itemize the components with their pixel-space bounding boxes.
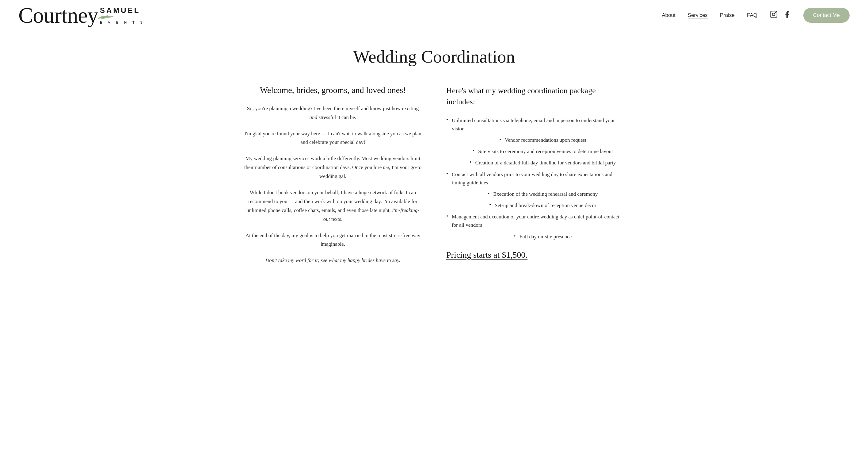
- bullet-text: Execution of the wedding rehearsal and c…: [493, 190, 598, 198]
- left-column: Welcome, brides, grooms, and loved ones!…: [244, 85, 422, 272]
- bullet-item: •Site visits to ceremony and reception v…: [446, 147, 624, 155]
- italic-me: me: [383, 165, 389, 170]
- intro-para-3: My wedding planning services work a litt…: [244, 154, 422, 181]
- bullet-text: Site visits to ceremony and reception ve…: [478, 147, 613, 155]
- facebook-icon[interactable]: [783, 10, 791, 20]
- bullet-dot-icon: •: [488, 191, 490, 197]
- nav-services[interactable]: Services: [688, 12, 708, 19]
- logo[interactable]: Courtney SAMUEL E V E N T S: [19, 5, 145, 26]
- welcome-heading: Welcome, brides, grooms, and loved ones!: [244, 85, 422, 95]
- bullet-dot-icon: •: [499, 137, 501, 143]
- bullet-item: •Set-up and break-down of reception venu…: [446, 201, 624, 209]
- instagram-icon[interactable]: [770, 10, 778, 20]
- logo-cursive: Courtney: [19, 5, 98, 26]
- bullet-item: •Unlimited consultations via telephone, …: [446, 116, 624, 133]
- intro-para-1: So, you're planning a wedding? I've been…: [244, 104, 422, 122]
- intro-para-5: At the end of the day, my goal is to hel…: [244, 231, 422, 249]
- right-column: Here's what my wedding coordination pack…: [446, 85, 624, 272]
- header: Courtney SAMUEL E V E N T S About Servic…: [0, 0, 868, 31]
- nav-faq[interactable]: FAQ: [747, 12, 757, 19]
- bullet-text: Management and execution of your entire …: [452, 212, 624, 229]
- bullet-dot-icon: •: [473, 148, 474, 154]
- bullet-item: •Vendor recommendations upon request: [446, 136, 624, 144]
- bullet-item: •Creation of a detailed full-day timelin…: [446, 158, 624, 167]
- page-title: Wedding Coordination: [6, 46, 862, 67]
- contact-button[interactable]: Contact Me: [803, 8, 849, 23]
- includes-list: •Unlimited consultations via telephone, …: [446, 116, 624, 241]
- page-title-section: Wedding Coordination: [0, 31, 868, 79]
- bullet-text: Set-up and break-down of reception venue…: [495, 201, 596, 209]
- social-icons: [770, 10, 791, 20]
- bullet-item: •Full day on-site presence: [446, 233, 624, 241]
- nav-about[interactable]: About: [662, 12, 675, 19]
- bullet-item: •Contact with all vendors prior to your …: [446, 170, 624, 187]
- italic-freaking-out: I'm-freaking-out: [323, 207, 419, 222]
- italic-and: and: [310, 114, 317, 120]
- stress-free-link[interactable]: in the most stress-free way imaginable: [320, 233, 420, 247]
- svg-point-2: [775, 12, 776, 13]
- main-content: Welcome, brides, grooms, and loved ones!…: [219, 79, 649, 291]
- svg-rect-0: [770, 11, 777, 18]
- intro-para-4: While I don't book vendors on your behal…: [244, 189, 422, 224]
- svg-point-1: [772, 13, 775, 16]
- logo-samuel: SAMUEL: [100, 7, 145, 14]
- main-nav: About Services Praise FAQ Contact Me: [662, 8, 849, 23]
- pricing: Pricing starts at $1,500.: [446, 250, 624, 260]
- logo-events: E V E N T S: [100, 21, 145, 24]
- bullet-item: •Execution of the wedding rehearsal and …: [446, 190, 624, 198]
- happy-brides-link[interactable]: see what my happy brides have to say: [320, 257, 399, 263]
- bullet-item: •Management and execution of your entire…: [446, 212, 624, 229]
- bullet-text: Contact with all vendors prior to your w…: [452, 170, 624, 187]
- bullet-dot-icon: •: [446, 213, 448, 219]
- bullet-dot-icon: •: [489, 202, 491, 208]
- bullet-dot-icon: •: [446, 171, 448, 177]
- intro-para-2: I'm glad you're found your way here — I …: [244, 129, 422, 147]
- bullet-text: Vendor recommendations upon request: [505, 136, 586, 144]
- bullet-dot-icon: •: [446, 117, 448, 123]
- bullet-text: Unlimited consultations via telephone, e…: [452, 116, 624, 133]
- bullet-text: Full day on-site presence: [520, 233, 571, 241]
- intro-para-6: Don't take my word for it; see what my h…: [244, 256, 422, 265]
- bullet-text: Creation of a detailed full-day timeline…: [475, 158, 616, 167]
- bullet-dot-icon: •: [514, 233, 516, 239]
- logo-leaf-icon: [97, 14, 115, 20]
- bullet-dot-icon: •: [470, 159, 472, 165]
- nav-praise[interactable]: Praise: [720, 12, 735, 19]
- includes-heading: Here's what my wedding coordination pack…: [446, 85, 624, 108]
